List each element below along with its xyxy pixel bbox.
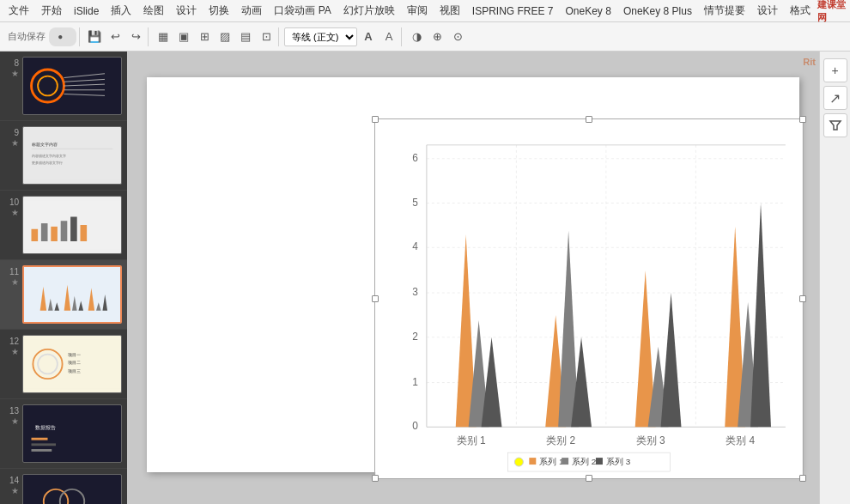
- font-A-large[interactable]: A: [359, 27, 378, 46]
- toggle-autosave[interactable]: ●: [49, 27, 76, 46]
- svg-text:类别 3: 类别 3: [636, 434, 665, 446]
- font-A-small[interactable]: A: [379, 27, 398, 46]
- slide-number-14: 14★: [5, 476, 19, 496]
- menu-format[interactable]: 格式: [785, 2, 816, 20]
- slide-thumb-13: 数据报告: [22, 404, 122, 463]
- svg-rect-14: [32, 229, 39, 241]
- slide-thumb-9: 标题文字内容 内容描述文字内容文字 更多描述内容文字行: [22, 126, 122, 185]
- add-chart-button[interactable]: +: [823, 58, 847, 82]
- svg-text:系列 3: 系列 3: [606, 457, 631, 466]
- svg-rect-16: [51, 227, 58, 241]
- canvas-area[interactable]: 0 1 2 3 4 5 6 类别 1 类别 2 类别 3 类别 4: [127, 52, 819, 504]
- right-panel: + ↗: [819, 52, 850, 504]
- misc-group: ◑ ⊕ ⊙: [404, 27, 470, 46]
- slide-item-14[interactable]: 14★ 关系图示: [0, 469, 127, 504]
- redo-button[interactable]: ↪: [126, 27, 145, 46]
- menu-ispring[interactable]: ISPRING FREE 7: [467, 3, 559, 19]
- menu-review[interactable]: 审阅: [402, 2, 433, 20]
- slide-number-12: 12★: [5, 337, 19, 357]
- svg-rect-39: [32, 443, 57, 446]
- slide-thumb-14: 关系图示: [22, 474, 122, 504]
- slide-item-13[interactable]: 13★ 数据报告: [0, 399, 127, 469]
- svg-text:类别 1: 类别 1: [457, 434, 486, 446]
- svg-point-81: [514, 458, 523, 466]
- watermark-text: Rit: [803, 57, 816, 67]
- menu-onekey8[interactable]: OneKey 8: [561, 3, 616, 19]
- handle-ml[interactable]: [372, 295, 379, 302]
- menu-view[interactable]: 视图: [434, 2, 465, 20]
- slide-number-9: 9★: [5, 128, 19, 149]
- slide-thumb-12: 项目一 项目二 项目三: [22, 335, 122, 393]
- handle-bm[interactable]: [586, 475, 592, 482]
- menu-slideshow[interactable]: 幻灯片放映: [338, 2, 400, 20]
- svg-text:系列 1: 系列 1: [539, 457, 564, 466]
- menu-start[interactable]: 开始: [36, 2, 67, 20]
- slide-item-10[interactable]: 10★: [0, 191, 127, 260]
- misc-btn1[interactable]: ◑: [407, 27, 426, 46]
- svg-text:内容描述文字内容文字: 内容描述文字内容文字: [32, 154, 66, 158]
- slide-thumb-10: [22, 196, 122, 254]
- menu-islide[interactable]: iSlide: [69, 3, 104, 19]
- handle-tr[interactable]: [799, 116, 806, 123]
- slide-number-11: 11★: [5, 267, 19, 288]
- handle-tm[interactable]: [586, 116, 592, 123]
- menu-storyboard[interactable]: 情节提要: [699, 2, 750, 20]
- format-btn5[interactable]: ▤: [236, 27, 255, 46]
- toolbar: 自动保存 ● 💾 ↩ ↪ ▦ ▣ ⊞ ▨ ▤ ⊡ 等线 (正文) A A ◑ ⊕…: [0, 22, 850, 52]
- handle-bl[interactable]: [372, 475, 379, 482]
- svg-rect-40: [32, 449, 52, 452]
- chart-svg: 0 1 2 3 4 5 6 类别 1 类别 2 类别 3 类别 4: [375, 119, 803, 478]
- undo-button[interactable]: ↩: [106, 27, 124, 46]
- menu-draw[interactable]: 绘图: [138, 2, 169, 20]
- font-select[interactable]: 等线 (正文): [284, 27, 357, 46]
- svg-rect-38: [32, 438, 48, 440]
- menu-design2[interactable]: 设计: [752, 2, 783, 20]
- slide-thumb-8: [22, 57, 122, 115]
- slide-item-9[interactable]: 9★ 标题文字内容 内容描述文字内容文字 更多描述内容文字行: [0, 121, 127, 191]
- format-btn4[interactable]: ▨: [216, 27, 234, 46]
- slide-number-8: 8★: [5, 58, 19, 79]
- svg-text:6: 6: [412, 152, 418, 164]
- handle-tl[interactable]: [372, 116, 379, 123]
- handle-br[interactable]: [799, 475, 806, 482]
- slide-item-11[interactable]: 11★: [0, 260, 127, 330]
- svg-text:项目二: 项目二: [68, 361, 81, 365]
- menu-pa[interactable]: 口袋动画 PA: [269, 2, 336, 20]
- svg-rect-41: [23, 479, 121, 505]
- slide-number-10: 10★: [5, 197, 19, 218]
- slide-item-12[interactable]: 12★ 项目一 项目二 项目三: [0, 330, 127, 399]
- save-button[interactable]: 💾: [85, 27, 104, 46]
- menu-file[interactable]: 文件: [3, 2, 34, 20]
- svg-rect-18: [70, 217, 77, 242]
- slide-thumb-11: [22, 265, 122, 324]
- svg-rect-86: [596, 458, 603, 465]
- svg-text:1: 1: [412, 376, 418, 388]
- svg-text:项目一: 项目一: [68, 353, 81, 357]
- svg-text:0: 0: [412, 420, 418, 432]
- svg-text:系列 2: 系列 2: [572, 457, 597, 466]
- menu-design[interactable]: 设计: [171, 2, 202, 20]
- svg-text:标题文字内容: 标题文字内容: [31, 142, 58, 147]
- pointer-button[interactable]: ↗: [823, 86, 847, 110]
- format-btn3[interactable]: ⊞: [195, 27, 214, 46]
- format-btn2[interactable]: ▣: [174, 27, 193, 46]
- format-btn1[interactable]: ▦: [154, 27, 173, 46]
- slide-number-13: 13★: [5, 406, 19, 427]
- menu-insert[interactable]: 插入: [106, 2, 137, 20]
- format-group: ▦ ▣ ⊞ ▨ ▤ ⊡: [151, 27, 279, 46]
- menu-onekey8plus[interactable]: OneKey 8 Plus: [618, 3, 697, 19]
- filter-button[interactable]: [823, 113, 847, 137]
- file-ops-group: 💾 ↩ ↪: [82, 27, 149, 46]
- svg-rect-82: [529, 458, 536, 465]
- svg-text:4: 4: [412, 240, 418, 252]
- format-btn6[interactable]: ⊡: [257, 27, 276, 46]
- menu-animation[interactable]: 动画: [236, 2, 267, 20]
- misc-btn2[interactable]: ⊕: [428, 27, 446, 46]
- svg-rect-15: [41, 223, 48, 241]
- slide-item-8[interactable]: 8★: [0, 52, 127, 121]
- misc-btn3[interactable]: ⊙: [448, 27, 467, 46]
- chart-element[interactable]: 0 1 2 3 4 5 6 类别 1 类别 2 类别 3 类别 4: [374, 118, 804, 479]
- menu-transition[interactable]: 切换: [203, 2, 234, 20]
- handle-mr[interactable]: [799, 295, 806, 302]
- svg-marker-89: [830, 121, 841, 130]
